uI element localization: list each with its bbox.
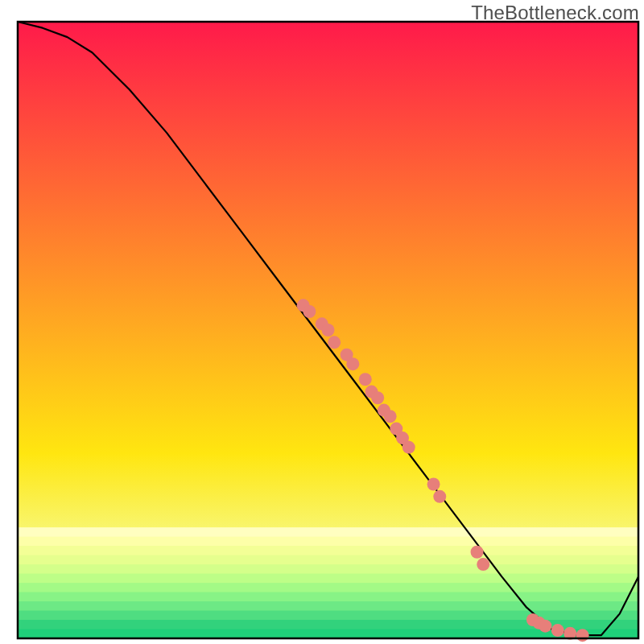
band bbox=[18, 555, 638, 565]
band bbox=[18, 546, 638, 555]
data-point bbox=[303, 305, 316, 318]
band bbox=[18, 611, 638, 621]
data-point bbox=[477, 558, 489, 571]
band bbox=[18, 601, 638, 611]
data-point bbox=[371, 391, 384, 404]
data-point bbox=[359, 373, 372, 386]
chart-stage: TheBottleneck.com bbox=[0, 0, 644, 644]
data-point bbox=[328, 336, 341, 349]
data-point bbox=[384, 410, 397, 423]
data-point bbox=[539, 620, 551, 633]
data-point bbox=[471, 546, 484, 559]
band bbox=[18, 527, 638, 537]
watermark-text: TheBottleneck.com bbox=[471, 2, 639, 24]
band bbox=[18, 564, 638, 574]
bottleneck-chart bbox=[0, 0, 644, 644]
data-point bbox=[402, 441, 415, 454]
data-point bbox=[551, 624, 564, 637]
band bbox=[18, 537, 638, 547]
band bbox=[18, 592, 638, 602]
data-point bbox=[576, 629, 589, 642]
data-point bbox=[433, 490, 446, 503]
band bbox=[18, 574, 638, 584]
data-point bbox=[427, 478, 440, 491]
band bbox=[18, 583, 638, 592]
data-point bbox=[322, 324, 335, 336]
data-point bbox=[346, 357, 359, 370]
